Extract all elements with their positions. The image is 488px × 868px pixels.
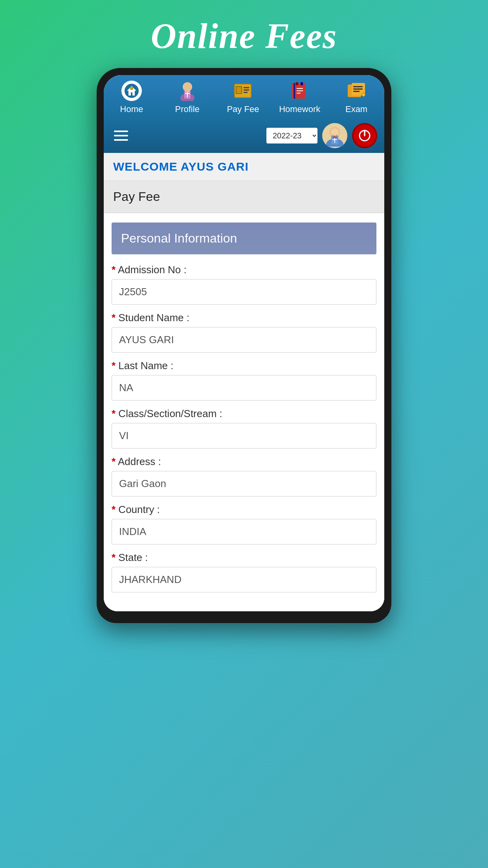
nav-item-payfee[interactable]: Pay Fee bbox=[223, 80, 262, 114]
required-star-2: * bbox=[112, 312, 116, 324]
nav-label-exam: Exam bbox=[345, 104, 367, 114]
section-header-text: Personal Information bbox=[121, 231, 237, 245]
hamburger-menu[interactable] bbox=[111, 127, 131, 144]
svg-point-33 bbox=[331, 129, 339, 136]
year-selector[interactable]: 2022-23 2021-22 2020-21 bbox=[266, 128, 317, 143]
hamburger-line-2 bbox=[114, 135, 128, 136]
nav-label-profile: Profile bbox=[175, 104, 199, 114]
input-admission-no[interactable] bbox=[112, 279, 376, 305]
input-country[interactable] bbox=[112, 519, 376, 544]
section-header: Personal Information bbox=[112, 223, 376, 254]
page-header-label: Pay Fee bbox=[113, 189, 160, 204]
page-title: Online Fees bbox=[151, 0, 338, 68]
required-star-4: * bbox=[112, 408, 116, 419]
svg-rect-34 bbox=[333, 136, 337, 138]
content-area: WELCOME AYUS GARI Pay Fee Personal Infor… bbox=[104, 153, 384, 611]
nav-label-home: Home bbox=[120, 104, 143, 114]
nav-item-home[interactable]: Home bbox=[112, 80, 151, 114]
nav-bar: Home Profile bbox=[104, 75, 384, 118]
nav-item-exam[interactable]: Exam bbox=[337, 80, 376, 114]
phone-screen: Home Profile bbox=[104, 75, 384, 611]
toolbar: 2022-23 2021-22 2020-21 bbox=[104, 118, 384, 153]
home-nav-icon bbox=[121, 80, 143, 102]
form-container: Personal Information * Admission No : * … bbox=[104, 213, 384, 611]
page-header: Pay Fee bbox=[104, 181, 384, 213]
required-star-5: * bbox=[112, 456, 116, 467]
label-address: * Address : bbox=[112, 456, 376, 468]
field-class-section: * Class/Section/Stream : bbox=[112, 408, 376, 449]
label-class-section: * Class/Section/Stream : bbox=[112, 408, 376, 420]
field-address: * Address : bbox=[112, 456, 376, 497]
required-star-6: * bbox=[112, 504, 116, 515]
svg-point-1 bbox=[130, 87, 133, 90]
field-admission-no: * Admission No : bbox=[112, 264, 376, 305]
label-admission-no: * Admission No : bbox=[112, 264, 376, 276]
input-address[interactable] bbox=[112, 471, 376, 497]
field-last-name: * Last Name : bbox=[112, 360, 376, 401]
label-student-name: * Student Name : bbox=[112, 312, 376, 324]
label-country: * Country : bbox=[112, 504, 376, 516]
svg-rect-18 bbox=[296, 82, 298, 85]
input-last-name[interactable] bbox=[112, 375, 376, 401]
required-star-3: * bbox=[112, 360, 116, 371]
power-icon bbox=[358, 129, 372, 143]
exam-nav-icon bbox=[345, 80, 367, 102]
input-state[interactable] bbox=[112, 567, 376, 592]
nav-label-homework: Homework bbox=[279, 104, 320, 114]
field-student-name: * Student Name : bbox=[112, 312, 376, 353]
nav-label-payfee: Pay Fee bbox=[227, 104, 259, 114]
svg-rect-27 bbox=[353, 91, 360, 92]
hamburger-line-3 bbox=[114, 139, 128, 141]
nav-item-profile[interactable]: Profile bbox=[168, 80, 207, 114]
phone-frame: Home Profile bbox=[97, 68, 391, 623]
label-last-name: * Last Name : bbox=[112, 360, 376, 372]
svg-rect-11 bbox=[237, 87, 241, 93]
svg-rect-26 bbox=[353, 88, 363, 90]
power-button[interactable] bbox=[352, 123, 377, 148]
hamburger-line-1 bbox=[114, 131, 128, 132]
input-student-name[interactable] bbox=[112, 327, 376, 353]
label-state: * State : bbox=[112, 552, 376, 564]
avatar-icon bbox=[324, 125, 346, 147]
nav-item-homework[interactable]: Homework bbox=[279, 80, 320, 114]
field-state: * State : bbox=[112, 552, 376, 592]
field-country: * Country : bbox=[112, 504, 376, 544]
welcome-text: WELCOME AYUS GARI bbox=[113, 160, 249, 173]
required-star-1: * bbox=[112, 264, 116, 276]
payfee-nav-icon bbox=[232, 80, 254, 102]
svg-rect-25 bbox=[353, 86, 363, 87]
required-star-7: * bbox=[112, 552, 116, 563]
homework-nav-icon bbox=[289, 80, 311, 102]
input-class-section[interactable] bbox=[112, 423, 376, 449]
svg-rect-5 bbox=[185, 89, 190, 92]
user-avatar[interactable] bbox=[322, 123, 347, 148]
svg-point-29 bbox=[362, 94, 365, 96]
home-crest-icon bbox=[121, 81, 142, 101]
svg-rect-19 bbox=[301, 82, 303, 85]
welcome-bar: WELCOME AYUS GARI bbox=[104, 153, 384, 181]
profile-nav-icon bbox=[176, 80, 198, 102]
